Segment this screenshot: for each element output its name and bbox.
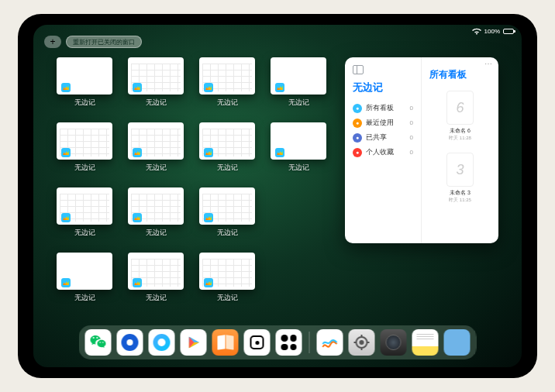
freeform-panel[interactable]: ⋯ 无边记 ● 所有看板 0 ● 最近使用 0 ● 已共享 0 ● 个人收藏 0 (345, 57, 498, 243)
board-title: 未命名 3 (433, 189, 488, 197)
browser-app-icon[interactable] (149, 329, 175, 356)
window-thumbnail[interactable]: 无边记 (57, 253, 112, 307)
panel-app-title: 无边记 (353, 81, 413, 95)
panel-sidebar: 无边记 ● 所有看板 0 ● 最近使用 0 ● 已共享 0 ● 个人收藏 0 (345, 57, 422, 243)
window-label: 无边记 (217, 228, 238, 238)
freeform-app-icon (61, 213, 71, 222)
board-preview: 6 (446, 91, 474, 125)
new-window-button[interactable]: + (44, 36, 61, 48)
top-left-controls: + 重新打开已关闭的窗口 (44, 36, 142, 48)
video-app-icon[interactable] (181, 329, 207, 356)
svg-point-1 (360, 340, 364, 345)
window-label: 无边记 (288, 163, 309, 173)
settings-app-icon[interactable] (349, 329, 375, 356)
window-label: 无边记 (146, 163, 167, 173)
freeform-app-icon (133, 213, 142, 222)
freeform-app-icon (204, 213, 213, 222)
board-card[interactable]: 6 未命名 6 昨天 11:28 (429, 88, 491, 145)
freeform-app-icon (133, 278, 142, 287)
sidebar-item-label: 已共享 (366, 132, 387, 143)
category-icon: ● (353, 104, 362, 113)
window-thumbnail[interactable]: 无边记 (199, 122, 255, 177)
sidebar-item-label: 最近使用 (366, 118, 394, 128)
battery-text: 100% (484, 28, 500, 35)
notes-app-icon[interactable] (412, 329, 439, 356)
freeform-app-icon (61, 278, 71, 287)
reopen-closed-window-button[interactable]: 重新打开已关闭的窗口 (66, 36, 142, 48)
ipad-frame: 100% + 重新打开已关闭的窗口 无边记 无边记 无边记 无边记 无边记 (18, 14, 537, 378)
window-thumbnail[interactable]: 无边记 (57, 57, 112, 112)
sidebar-item[interactable]: ● 最近使用 0 (353, 115, 413, 130)
window-label: 无边记 (288, 98, 309, 108)
category-icon: ● (353, 133, 362, 143)
board-card[interactable]: 3 未命名 3 昨天 11:25 (429, 150, 491, 207)
window-thumbnail[interactable]: 无边记 (199, 57, 255, 112)
board-date: 昨天 11:28 (433, 135, 488, 142)
sidebar-item-count: 0 (410, 105, 413, 112)
window-thumbnail[interactable]: 无边记 (271, 57, 326, 112)
wifi-icon (472, 28, 481, 35)
freeform-app-icon (133, 83, 142, 92)
window-label: 无边记 (74, 293, 95, 303)
category-icon: ● (353, 148, 362, 157)
stage-manager-workspace: 无边记 无边记 无边记 无边记 无边记 无边记 无边记 无边记 (57, 57, 498, 321)
window-label: 无边记 (217, 98, 238, 108)
window-label: 无边记 (217, 163, 238, 173)
dock-separator (309, 332, 310, 353)
freeform-app-icon (204, 148, 213, 157)
battery-icon (503, 29, 514, 34)
app-icon-2[interactable] (117, 329, 143, 356)
window-label: 无边记 (74, 228, 95, 238)
freeform-app-icon (275, 148, 284, 157)
status-bar: 100% (472, 28, 514, 35)
sidebar-item[interactable]: ● 所有看板 0 (353, 101, 413, 115)
sidebar-item-label: 所有看板 (366, 103, 394, 113)
sidebar-item[interactable]: ● 已共享 0 (353, 130, 413, 145)
window-label: 无边记 (146, 98, 167, 108)
window-thumbnail[interactable]: 无边记 (128, 122, 184, 177)
sidebar-toggle-icon[interactable] (353, 65, 364, 74)
window-thumbnail[interactable]: 无边记 (271, 122, 326, 177)
freeform-app-icon (133, 148, 142, 157)
app-folder-icon[interactable] (444, 329, 471, 356)
freeform-app-icon (204, 83, 213, 92)
screen: 100% + 重新打开已关闭的窗口 无边记 无边记 无边记 无边记 无边记 (33, 25, 522, 367)
window-thumbnail[interactable]: 无边记 (199, 253, 255, 307)
window-label: 无边记 (217, 293, 238, 303)
camera-app-icon[interactable] (381, 329, 407, 356)
sidebar-item-label: 个人收藏 (366, 147, 394, 157)
window-thumbnail-grid: 无边记 无边记 无边记 无边记 无边记 无边记 无边记 无边记 (57, 57, 326, 321)
panel-section-title: 所有看板 (429, 68, 491, 81)
window-thumbnail[interactable]: 无边记 (128, 253, 184, 307)
app-icon-7[interactable] (276, 329, 302, 356)
sidebar-item-count: 0 (410, 134, 413, 141)
window-thumbnail[interactable]: 无边记 (128, 187, 184, 242)
panel-content: 所有看板 6 未命名 6 昨天 11:28 3 未命名 3 昨天 11:25 (422, 57, 498, 243)
window-label: 无边记 (146, 293, 167, 303)
sidebar-item[interactable]: ● 个人收藏 0 (353, 145, 413, 160)
freeform-app-icon[interactable] (317, 329, 343, 356)
window-thumbnail[interactable]: 无边记 (57, 187, 112, 242)
sidebar-item-count: 0 (410, 149, 413, 156)
dock (79, 325, 477, 359)
freeform-app-icon (275, 83, 284, 92)
window-label: 无边记 (146, 228, 167, 238)
window-thumbnail[interactable]: 无边记 (199, 187, 255, 242)
window-label: 无边记 (74, 98, 95, 108)
freeform-app-icon (204, 278, 213, 287)
panel-menu-icon[interactable]: ⋯ (484, 60, 492, 68)
books-app-icon[interactable] (212, 329, 239, 356)
window-label: 无边记 (74, 163, 95, 173)
freeform-app-icon (61, 148, 71, 157)
app-icon-6[interactable] (244, 329, 271, 356)
wechat-app-icon[interactable] (85, 329, 112, 356)
board-title: 未命名 6 (433, 127, 488, 135)
sidebar-item-count: 0 (410, 119, 413, 126)
window-thumbnail[interactable]: 无边记 (57, 122, 112, 177)
category-icon: ● (353, 119, 362, 128)
freeform-app-icon (61, 83, 71, 92)
board-preview: 3 (446, 153, 474, 187)
board-date: 昨天 11:25 (433, 197, 488, 204)
window-thumbnail[interactable]: 无边记 (128, 57, 184, 112)
